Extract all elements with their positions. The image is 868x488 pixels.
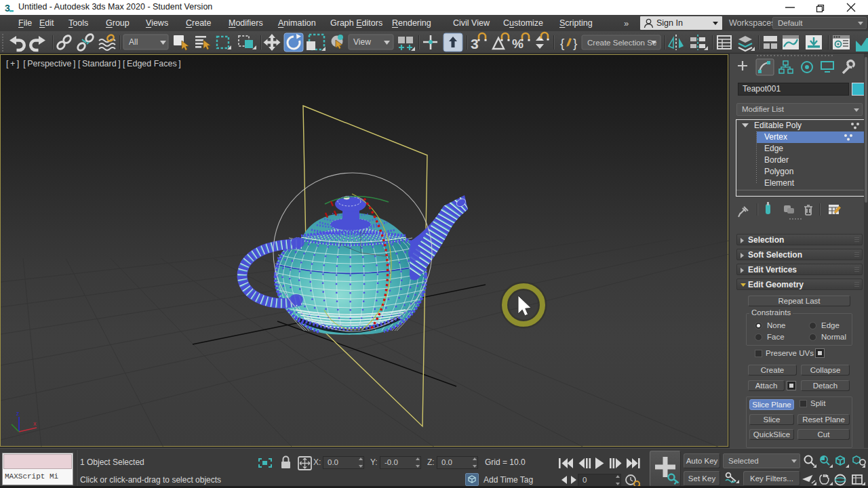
svg-text:x: x <box>33 420 37 427</box>
svg-text:3: 3 <box>5 3 10 14</box>
svg-text:}: } <box>573 36 577 50</box>
svg-text:X: X <box>387 254 391 260</box>
svg-text:z: z <box>16 410 20 417</box>
svg-text:View: View <box>353 37 371 47</box>
svg-text:3: 3 <box>471 36 479 52</box>
svg-text:{: { <box>560 36 565 50</box>
svg-text:Z: Z <box>363 229 366 235</box>
svg-text:Create Selection Se: Create Selection Se <box>587 39 656 47</box>
svg-text:Y: Y <box>339 241 343 247</box>
svg-text:All: All <box>129 37 138 47</box>
